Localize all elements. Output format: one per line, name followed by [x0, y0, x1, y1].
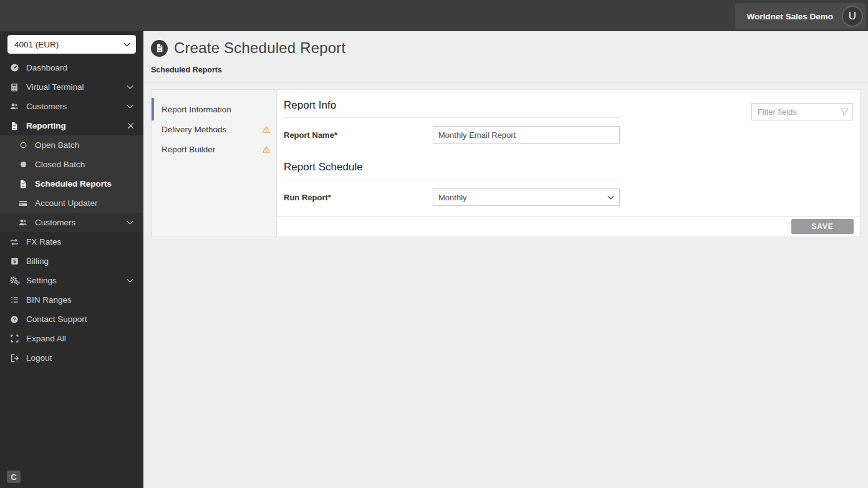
sidebar-item-dashboard[interactable]: Dashboard — [0, 58, 143, 77]
card-footer: SAVE — [277, 216, 860, 237]
expand-icon — [9, 334, 20, 343]
header-divider — [143, 82, 868, 82]
terminal-icon — [9, 83, 20, 92]
page-header: Create Scheduled Report Scheduled Report… — [143, 31, 868, 82]
tab-report-builder[interactable]: Report Builder — [152, 139, 276, 159]
list-icon — [9, 296, 20, 304]
scheduled-report-card: Report InformationDelivery MethodsReport… — [151, 89, 861, 237]
section-report-info: Report Info Report Name* — [284, 90, 620, 144]
report-name-input[interactable] — [433, 126, 620, 144]
sidebar-item-label: Logout — [26, 353, 52, 363]
sidebar-item-label: Customers — [35, 218, 75, 227]
dashboard-icon — [9, 63, 20, 72]
sidebar-item-label: Expand All — [26, 334, 66, 343]
sidebar-item-reporting[interactable]: Reporting — [0, 116, 143, 135]
save-button[interactable]: SAVE — [791, 219, 854, 234]
account-name: Worldnet Sales Demo — [746, 12, 833, 21]
sidebar-item-settings[interactable]: Settings — [0, 271, 143, 290]
logout-icon — [9, 354, 20, 363]
sidebar-item-label: Billing — [26, 256, 49, 266]
c-badge[interactable]: C — [7, 471, 21, 483]
sidebar-item-label: Reporting — [26, 121, 66, 130]
field-row-run-report: Run Report* Monthly — [284, 188, 620, 206]
section-report-schedule: Report Schedule Run Report* Monthly — [284, 144, 620, 206]
sidebar-subitem-open-batch[interactable]: Open Batch — [0, 135, 143, 155]
tab-label: Delivery Methods — [162, 125, 226, 134]
sidebar-item-label: BIN Ranges — [26, 295, 72, 305]
chevron-down-icon[interactable] — [125, 218, 135, 227]
sidebar-subitem-customers[interactable]: Customers — [0, 213, 143, 232]
breadcrumb[interactable]: Scheduled Reports — [151, 66, 868, 82]
sidebar-item-fx-rates[interactable]: FX Rates — [0, 232, 143, 251]
merchant-select[interactable]: 4001 (EUR) — [7, 35, 136, 54]
circle-outline-icon — [17, 141, 29, 149]
sidebar-item-customers[interactable]: Customers — [0, 97, 143, 116]
filter-fields-wrap — [751, 103, 853, 120]
report-icon — [151, 40, 168, 57]
sidebar-item-label: FX Rates — [26, 237, 61, 246]
top-bar: Worldnet Sales Demo U — [0, 0, 868, 31]
sidebar-subitem-scheduled-reports[interactable]: Scheduled Reports — [0, 174, 143, 193]
chevron-down-icon[interactable] — [125, 102, 135, 111]
users-icon — [17, 218, 29, 227]
section-title-report-info: Report Info — [284, 90, 620, 118]
tab-list: Report InformationDelivery MethodsReport… — [152, 90, 277, 237]
run-report-select[interactable]: Monthly — [433, 188, 620, 206]
form-area: Report Info Report Name* Report Schedule… — [277, 90, 860, 237]
sidebar-item-billing[interactable]: $Billing — [0, 251, 143, 271]
section-title-report-schedule: Report Schedule — [284, 144, 620, 180]
sidebar-item-label: Open Batch — [35, 140, 79, 150]
billing-icon: $ — [9, 257, 20, 265]
chevron-down-icon[interactable] — [125, 82, 135, 92]
sidebar: 4001 (EUR) DashboardVirtual TerminalCust… — [0, 31, 143, 488]
sidebar-subitem-account-updater[interactable]: Account Updater — [0, 193, 143, 213]
sidebar-item-virtual-terminal[interactable]: Virtual Terminal — [0, 77, 143, 97]
card-icon — [17, 199, 29, 208]
sidebar-item-label: Customers — [26, 102, 67, 111]
users-icon — [9, 102, 20, 111]
tab-report-information[interactable]: Report Information — [152, 99, 276, 119]
run-report-label: Run Report* — [284, 193, 433, 202]
sidebar-item-label: Scheduled Reports — [35, 179, 112, 188]
document-icon — [9, 122, 20, 130]
sidebar-item-bin-ranges[interactable]: BIN Ranges — [0, 290, 143, 310]
sidebar-item-label: Settings — [26, 276, 57, 285]
avatar[interactable]: U — [842, 6, 863, 27]
sidebar-item-label: Contact Support — [26, 315, 87, 324]
warning-icon — [262, 125, 271, 134]
account-chip[interactable]: Worldnet Sales Demo U — [735, 3, 866, 29]
merchant-select-wrap: 4001 (EUR) — [7, 35, 136, 54]
filter-fields-input[interactable] — [751, 103, 853, 120]
sidebar-item-label: Account Updater — [35, 198, 98, 208]
circle-filled-icon — [17, 160, 29, 168]
svg-text:?: ? — [12, 316, 16, 322]
fx-icon — [9, 238, 20, 246]
svg-text:$: $ — [13, 258, 16, 264]
sidebar-item-expand-all[interactable]: Expand All — [0, 329, 143, 348]
help-icon: ? — [9, 315, 20, 324]
warning-icon — [262, 145, 271, 154]
field-row-report-name: Report Name* — [284, 126, 620, 144]
chevron-down-icon[interactable] — [125, 276, 135, 285]
close-icon[interactable] — [127, 122, 135, 130]
main-content: Create Scheduled Report Scheduled Report… — [143, 31, 868, 488]
sidebar-item-logout[interactable]: Logout — [0, 348, 143, 368]
sidebar-nav: DashboardVirtual TerminalCustomersReport… — [0, 58, 143, 368]
tab-delivery-methods[interactable]: Delivery Methods — [152, 119, 276, 139]
page-title: Create Scheduled Report — [174, 39, 345, 57]
sidebar-item-label: Virtual Terminal — [26, 82, 84, 92]
sidebar-item-label: Closed Batch — [35, 160, 85, 169]
sidebar-item-contact-support[interactable]: ?Contact Support — [0, 310, 143, 329]
tab-label: Report Information — [162, 105, 231, 114]
settings-icon — [9, 276, 20, 285]
report-name-label: Report Name* — [284, 130, 433, 140]
document-icon — [17, 180, 29, 188]
tab-label: Report Builder — [162, 145, 215, 154]
sidebar-item-label: Dashboard — [26, 63, 67, 72]
sidebar-subitem-closed-batch[interactable]: Closed Batch — [0, 155, 143, 174]
